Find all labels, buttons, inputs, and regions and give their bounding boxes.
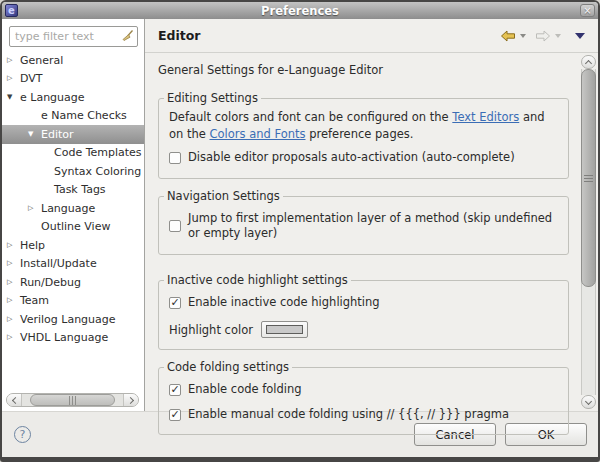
window-title: Preferences — [2, 4, 598, 18]
sidebar-item-e-language[interactable]: ▼e Language — [2, 88, 144, 107]
chevron-down-icon — [585, 397, 592, 404]
color-swatch — [266, 325, 303, 334]
settings-content: General Settings for e-Language Editor E… — [145, 53, 580, 411]
back-nav[interactable] — [500, 30, 526, 42]
sidebar-item-team[interactable]: ▷Team — [2, 292, 144, 311]
chevron-right-icon[interactable]: ▷ — [7, 279, 20, 286]
clear-filter-icon[interactable] — [120, 29, 134, 43]
group-title: Navigation Settings — [164, 189, 283, 203]
group-title: Code folding settings — [164, 360, 292, 374]
enable-manual-folding-checkbox[interactable]: ✓ — [169, 409, 181, 421]
scrollbar-thumb[interactable] — [30, 394, 115, 406]
sidebar-item-general[interactable]: ▷General — [2, 51, 144, 70]
enable-inactive-highlight-row: ✓ Enable inactive code highlighting — [169, 295, 559, 311]
highlight-color-row: Highlight color — [169, 321, 559, 338]
sidebar-item-code-templates[interactable]: Code Templates — [2, 144, 144, 163]
checkbox-label: Disable editor proposals auto-activation… — [188, 150, 515, 166]
chevron-right-icon[interactable]: ▷ — [28, 205, 41, 212]
back-dropdown-icon[interactable] — [520, 34, 526, 38]
scroll-up-button[interactable] — [581, 55, 596, 69]
sidebar-item-run-debug[interactable]: ▷Run/Debug — [2, 273, 144, 292]
colors-and-fonts-link[interactable]: Colors and Fonts — [210, 127, 306, 141]
close-button[interactable]: × — [580, 4, 595, 17]
back-arrow-icon[interactable] — [500, 30, 516, 42]
sidebar-item-vhdl-language[interactable]: ▷VHDL Language — [2, 329, 144, 348]
chevron-down-icon[interactable]: ▼ — [28, 131, 41, 138]
sidebar-item-outline-view[interactable]: Outline View — [2, 218, 144, 237]
checkbox-label: Enable manual code folding using // {{{,… — [188, 407, 509, 423]
sidebar-item-dvt[interactable]: ▷DVT — [2, 70, 144, 89]
sidebar-item-language[interactable]: ▷Language — [2, 199, 144, 218]
chevron-right-icon[interactable]: ▷ — [7, 297, 20, 304]
scroll-down-button[interactable] — [581, 395, 596, 409]
preferences-dialog: e Preferences × ▷General ▷DVT ▼e Languag… — [0, 0, 600, 462]
pane-body: General Settings for e-Language Editor E… — [145, 53, 598, 411]
sidebar-horizontal-scrollbar[interactable] — [6, 393, 139, 407]
group-inactive-code-highlight: Inactive code highlight settings ✓ Enabl… — [158, 280, 569, 351]
editing-description: Default colors and font can be configure… — [169, 109, 559, 142]
jump-to-first-layer-row: Jump to first implementation layer of a … — [169, 211, 559, 242]
forward-nav[interactable] — [535, 30, 561, 42]
settings-pane: Editor General Settings for e — [145, 19, 598, 411]
enable-code-folding-checkbox[interactable]: ✓ — [169, 384, 181, 396]
page-description: General Settings for e-Language Editor — [158, 63, 573, 77]
sidebar-item-install-update[interactable]: ▷Install/Update — [2, 255, 144, 274]
check-icon: ✓ — [170, 408, 179, 421]
scroll-left-button[interactable] — [7, 394, 22, 406]
chevron-right-icon[interactable]: ▷ — [7, 75, 20, 82]
enable-inactive-highlight-checkbox[interactable]: ✓ — [169, 297, 181, 309]
disable-proposals-row: Disable editor proposals auto-activation… — [169, 150, 559, 166]
highlight-color-button[interactable] — [261, 321, 308, 338]
grip-icon — [584, 175, 593, 182]
close-icon: × — [583, 5, 591, 16]
scrollbar-thumb[interactable] — [581, 69, 596, 287]
scrollbar-track[interactable] — [22, 394, 123, 406]
chevron-down-icon[interactable]: ▼ — [7, 94, 20, 101]
check-icon: ✓ — [170, 383, 179, 396]
filter-input[interactable] — [9, 26, 138, 47]
filter-box — [9, 25, 138, 47]
enable-manual-folding-row: ✓ Enable manual code folding using // {{… — [169, 407, 559, 423]
disable-proposals-checkbox[interactable] — [169, 152, 181, 164]
pane-header: Editor — [145, 19, 598, 53]
checkbox-label: Enable code folding — [188, 382, 302, 398]
group-code-folding: Code folding settings ✓ Enable code fold… — [158, 367, 569, 435]
scroll-right-button[interactable] — [123, 394, 138, 406]
chevron-up-icon — [585, 59, 592, 66]
highlight-color-label: Highlight color — [169, 323, 253, 337]
group-title: Inactive code highlight settings — [164, 273, 351, 287]
chevron-right-icon[interactable]: ▷ — [7, 316, 20, 323]
chevron-right-icon[interactable]: ▷ — [7, 57, 20, 64]
chevron-right-icon[interactable]: ▷ — [7, 260, 20, 267]
sidebar-item-editor-selected[interactable]: ▼Editor — [2, 125, 144, 144]
check-icon: ✓ — [170, 296, 179, 309]
help-button[interactable]: ? — [14, 426, 31, 443]
help-icon: ? — [20, 428, 26, 441]
sidebar-item-e-name-checks[interactable]: e Name Checks — [2, 107, 144, 126]
chevron-right-icon[interactable]: ▷ — [7, 334, 20, 341]
title-bar[interactable]: e Preferences × — [2, 2, 598, 19]
grip-icon — [69, 396, 76, 405]
checkbox-label: Jump to first implementation layer of a … — [188, 211, 559, 242]
jump-to-first-layer-checkbox[interactable] — [169, 220, 181, 232]
chevron-right-icon[interactable]: ▷ — [7, 242, 20, 249]
checkbox-label: Enable inactive code highlighting — [188, 295, 380, 311]
sidebar: ▷General ▷DVT ▼e Language e Name Checks … — [2, 19, 145, 411]
group-navigation-settings: Navigation Settings Jump to first implem… — [158, 196, 569, 255]
preferences-tree: ▷General ▷DVT ▼e Language e Name Checks … — [2, 50, 144, 411]
chevron-right-icon — [126, 396, 133, 403]
group-editing-settings: Editing Settings Default colors and font… — [158, 98, 569, 179]
view-menu-icon[interactable] — [575, 33, 585, 39]
page-title: Editor — [158, 28, 201, 43]
forward-arrow-icon[interactable] — [535, 30, 551, 42]
forward-dropdown-icon[interactable] — [555, 34, 561, 38]
sidebar-item-syntax-coloring[interactable]: Syntax Coloring — [2, 162, 144, 181]
sidebar-item-verilog-language[interactable]: ▷Verilog Language — [2, 310, 144, 329]
sidebar-item-task-tags[interactable]: Task Tags — [2, 181, 144, 200]
main-area: ▷General ▷DVT ▼e Language e Name Checks … — [2, 19, 598, 411]
scrollbar-track[interactable] — [581, 69, 596, 395]
group-title: Editing Settings — [164, 91, 261, 105]
content-vertical-scrollbar[interactable] — [581, 55, 596, 409]
sidebar-item-help[interactable]: ▷Help — [2, 236, 144, 255]
text-editors-link[interactable]: Text Editors — [452, 110, 519, 124]
